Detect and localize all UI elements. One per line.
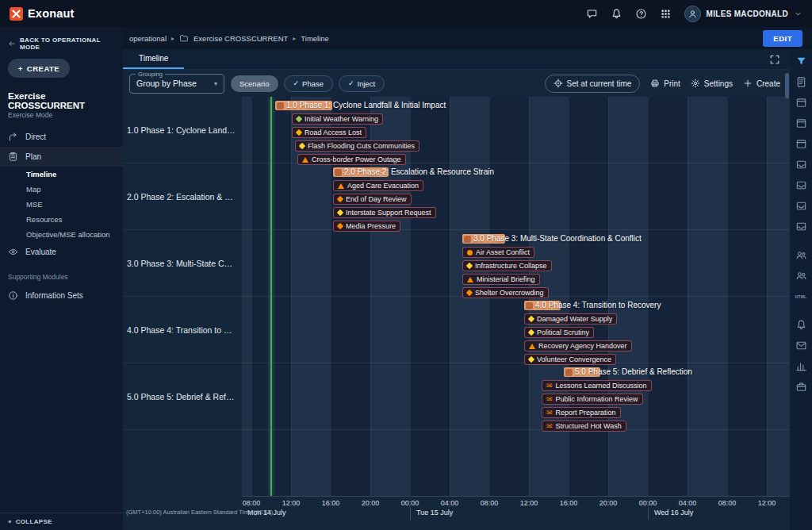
briefcase-icon[interactable] xyxy=(795,381,807,393)
gantt-chart[interactable]: 1.0 Phase 1: Cyclone Landfall & Initial … xyxy=(242,97,790,496)
inject-chip[interactable]: ✉Lessons Learned Discussion xyxy=(542,380,652,391)
panel-icon-1[interactable] xyxy=(795,97,807,109)
create-button[interactable]: + CREATE xyxy=(8,59,70,78)
grouping-value: Group by Phase xyxy=(136,79,197,88)
sidebar-item-resources[interactable]: Resources xyxy=(0,212,123,227)
plus-icon xyxy=(743,79,753,88)
inject-chip[interactable]: Cross-border Power Outage xyxy=(297,154,406,165)
sidebar-item-label: Evaluate xyxy=(25,248,56,256)
phase-bar[interactable]: 4.0 Phase 4: Transition to Recovery xyxy=(524,301,561,310)
sidebar-item-evaluate[interactable]: Evaluate xyxy=(0,242,123,262)
grouping-select[interactable]: Grouping Group by Phase ▾ xyxy=(129,74,224,94)
sidebar-item-timeline[interactable]: Timeline xyxy=(0,167,123,182)
user-menu[interactable]: MILES MACDONALD xyxy=(684,6,802,22)
inject-chip[interactable]: Volunteer Convergence xyxy=(524,354,616,365)
app-logo[interactable]: Exonaut xyxy=(10,7,75,21)
notifications-icon[interactable] xyxy=(795,319,807,331)
inject-chip[interactable]: Shelter Overcrowding xyxy=(462,287,549,298)
document-icon[interactable] xyxy=(795,76,807,88)
panel-icon-2[interactable] xyxy=(795,117,807,129)
archive-icon-3[interactable] xyxy=(795,200,807,212)
back-to-operational-mode-button[interactable]: BACK TO OPERATIONAL MODE xyxy=(0,27,123,57)
gantt-row-label: 3.0 Phase 3: Multi-State Coordination & … xyxy=(123,230,242,297)
set-at-current-time-button[interactable]: Set at current time xyxy=(545,75,641,93)
triangle-icon xyxy=(529,344,535,349)
inject-chip[interactable]: Flash Flooding Cuts Communities xyxy=(295,140,419,152)
apps-grid-icon[interactable] xyxy=(660,8,672,20)
inject-chip[interactable]: ✉Structured Hot Wash xyxy=(542,421,626,432)
inject-chip[interactable]: Initial Weather Warning xyxy=(292,113,383,125)
sidebar-item-mse[interactable]: MSE xyxy=(0,197,123,212)
phase-bar[interactable]: 1.0 Phase 1: Cyclone Landfall & Initial … xyxy=(275,101,332,110)
row-label-text: 3.0 Phase 3: Multi-State Coordination & … xyxy=(127,259,236,268)
phase-bar[interactable]: 2.0 Phase 2: Escalation & Resource Strai… xyxy=(333,167,389,177)
timeline-panel: Grouping Group by Phase ▾ Scenario✓Phase… xyxy=(123,70,790,530)
inject-chip[interactable]: Interstate Support Request xyxy=(333,207,436,218)
scrollbar-thumb[interactable] xyxy=(785,73,789,98)
chat-icon[interactable] xyxy=(586,8,598,20)
sidebar-item-plan[interactable]: Plan xyxy=(0,147,123,167)
inject-chip[interactable]: Media Pressure xyxy=(333,221,400,232)
panel-icon-3[interactable] xyxy=(795,138,807,150)
mail-icon: ✉ xyxy=(546,423,553,430)
help-icon[interactable] xyxy=(635,8,647,20)
users-icon-2[interactable] xyxy=(795,270,807,282)
phase-bar[interactable]: 5.0 Phase 5: Debrief & Reflection xyxy=(564,367,600,377)
archive-icon-4[interactable] xyxy=(795,221,807,232)
app-name: Exonaut xyxy=(28,7,75,20)
inject-chip[interactable]: Aged Care Evacuation xyxy=(333,180,423,191)
inject-chip[interactable]: Ministerial Briefing xyxy=(462,274,540,285)
inject-chip[interactable]: Air Asset Conflict xyxy=(462,247,534,258)
filter-icon[interactable] xyxy=(795,56,807,67)
inject-chip[interactable]: Infrastructure Collapse xyxy=(462,260,552,271)
inject-chip[interactable]: Damaged Water Supply xyxy=(524,313,617,325)
notifications-icon[interactable] xyxy=(611,8,622,20)
sidebar-item-label: MSE xyxy=(26,200,43,209)
sidebar-item-information-sets[interactable]: Information Sets xyxy=(0,286,123,305)
phase-bar[interactable]: 3.0 Phase 3: Multi-State Coordination & … xyxy=(462,234,505,244)
axis-tick: 00:00 xyxy=(401,499,419,507)
settings-button[interactable]: Settings xyxy=(691,79,733,88)
fullscreen-icon[interactable] xyxy=(769,54,780,65)
phase-flag-icon xyxy=(464,236,471,243)
gantt-row-label: 5.0 Phase 5: Debrief & Reflection xyxy=(123,363,242,430)
create-inject-button[interactable]: Create xyxy=(743,79,780,88)
filter-chip-phase[interactable]: ✓Phase xyxy=(284,75,333,92)
triangle-icon xyxy=(338,183,344,189)
mail-icon: ✉ xyxy=(546,382,553,390)
sidebar-item-direct[interactable]: Direct xyxy=(0,127,123,147)
sidebar-item-objective-mse-allocation[interactable]: Objective/MSE allocation xyxy=(0,227,123,242)
print-label: Print xyxy=(664,79,680,88)
filter-chip-inject[interactable]: ✓Inject xyxy=(339,75,385,92)
inject-chip[interactable]: End of Day Review xyxy=(333,194,412,205)
edit-button[interactable]: EDIT xyxy=(763,30,802,47)
inject-chip[interactable]: Road Access Lost xyxy=(292,127,366,138)
breadcrumb-exercise[interactable]: Exercise CROSSCURRENT xyxy=(193,34,288,43)
inject-chip[interactable]: ✉Public Information Review xyxy=(542,394,643,405)
sidebar-item-map[interactable]: Map xyxy=(0,182,123,197)
breadcrumb-operational[interactable]: operational xyxy=(129,34,167,43)
breadcrumb-separator-icon: ▸ xyxy=(293,35,296,42)
mail-icon[interactable] xyxy=(795,340,807,351)
users-icon-1[interactable] xyxy=(795,249,807,261)
breadcrumb-timeline[interactable]: Timeline xyxy=(301,34,329,43)
html-icon[interactable]: HTML xyxy=(795,290,807,302)
inject-chip[interactable]: Political Scrutiny xyxy=(524,327,594,338)
sidebar: BACK TO OPERATIONAL MODE + CREATE Exerci… xyxy=(0,27,123,530)
archive-icon-1[interactable] xyxy=(795,159,807,171)
mail-icon: ✉ xyxy=(546,409,553,417)
row-separator xyxy=(242,429,790,430)
row-label-text: 2.0 Phase 2: Escalation & Resource Strai… xyxy=(127,192,236,202)
tab-timeline[interactable]: Timeline xyxy=(123,49,184,69)
chart-icon[interactable] xyxy=(795,360,807,372)
inject-chip[interactable]: Recovery Agency Handover xyxy=(524,340,632,351)
inject-label: Volunteer Convergence xyxy=(537,355,611,363)
inject-chip[interactable]: ✉Report Preparation xyxy=(542,407,621,418)
archive-icon-2[interactable] xyxy=(795,179,807,191)
filter-chip-scenario[interactable]: Scenario xyxy=(231,75,278,92)
diamond-icon xyxy=(528,356,534,363)
inject-label: Air Asset Conflict xyxy=(476,248,530,256)
print-button[interactable]: Print xyxy=(650,79,680,88)
circle-icon xyxy=(467,250,473,255)
collapse-button[interactable]: « COLLAPSE xyxy=(0,513,123,530)
